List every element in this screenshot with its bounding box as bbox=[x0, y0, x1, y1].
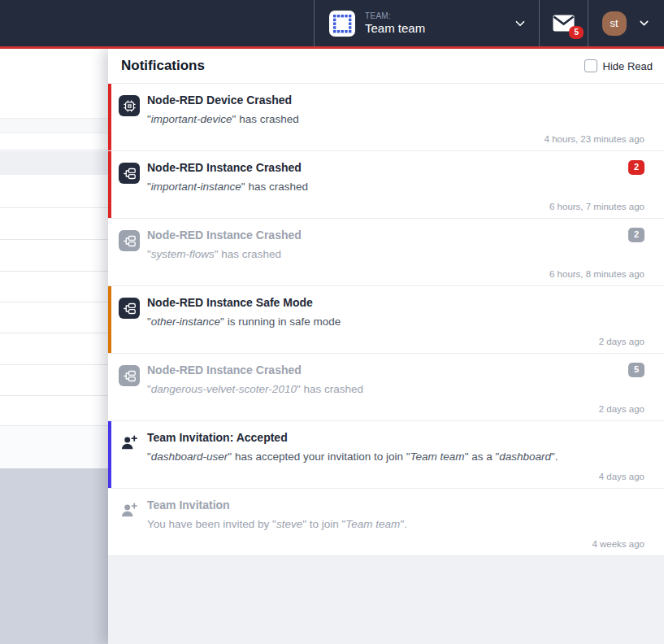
background-page bbox=[0, 49, 108, 644]
notifications-button[interactable]: 5 bbox=[539, 0, 588, 46]
instance-icon bbox=[119, 163, 140, 184]
notification-accent bbox=[108, 421, 111, 488]
chevron-down-icon bbox=[513, 16, 527, 31]
notification-title: Node-RED Instance Safe Mode bbox=[147, 295, 313, 310]
notification-item[interactable]: Node-RED Instance Crashed 2 "system-flow… bbox=[108, 219, 664, 286]
notification-time: 2 days ago bbox=[147, 337, 644, 346]
notification-body: "system-flows" has crashed bbox=[147, 247, 644, 262]
notifications-panel-header: Notifications Hide Read bbox=[108, 49, 664, 84]
notification-body: "important-device" has crashed bbox=[147, 112, 644, 127]
background-divider bbox=[0, 395, 108, 396]
panel-title: Notifications bbox=[121, 58, 205, 74]
background-row bbox=[0, 425, 108, 469]
notification-item[interactable]: Team Invitation: Accepted "dashboard-use… bbox=[108, 421, 664, 489]
user-add-icon bbox=[119, 433, 140, 454]
notifications-panel: Notifications Hide Read Node-RED Device … bbox=[108, 49, 664, 644]
avatar: st bbox=[602, 11, 627, 36]
background-divider bbox=[0, 302, 108, 302]
notification-accent bbox=[108, 286, 111, 353]
user-add-icon bbox=[119, 500, 140, 521]
panel-footer bbox=[108, 556, 664, 644]
notification-title: Node-RED Device Crashed bbox=[147, 93, 292, 107]
notification-body: "dashboard-user" has accepted your invit… bbox=[147, 450, 644, 464]
notification-badge: 2 bbox=[628, 228, 644, 242]
notification-time: 2 days ago bbox=[147, 404, 644, 414]
notification-time: 6 hours, 7 minutes ago bbox=[147, 202, 644, 211]
background-divider bbox=[0, 271, 108, 272]
notification-time: 4 weeks ago bbox=[147, 539, 644, 549]
chevron-down-icon bbox=[637, 16, 651, 30]
notification-accent bbox=[108, 151, 111, 218]
user-menu[interactable]: st bbox=[588, 0, 664, 46]
notification-item[interactable]: Node-RED Instance Crashed 5 "dangerous-v… bbox=[108, 354, 664, 421]
background-divider bbox=[0, 364, 108, 365]
device-chip-icon bbox=[119, 95, 140, 116]
notification-item[interactable]: Node-RED Instance Crashed 2 "important-i… bbox=[108, 151, 664, 219]
team-name: Team team bbox=[365, 21, 513, 35]
notification-time: 4 hours, 23 minutes ago bbox=[147, 134, 644, 144]
hide-read-control[interactable]: Hide Read bbox=[584, 59, 653, 72]
background-footer bbox=[0, 468, 108, 644]
notification-item[interactable]: Node-RED Instance Safe Mode "other-insta… bbox=[108, 286, 664, 354]
notification-title: Team Invitation: Accepted bbox=[147, 430, 288, 445]
background-divider bbox=[0, 207, 108, 208]
instance-icon bbox=[119, 298, 140, 319]
hide-read-label: Hide Read bbox=[603, 60, 653, 72]
notification-title: Node-RED Instance Crashed bbox=[147, 363, 302, 377]
hide-read-checkbox[interactable] bbox=[584, 59, 597, 72]
instance-icon bbox=[119, 365, 140, 386]
top-navbar: TEAM: Team team 5 st bbox=[0, 0, 664, 49]
notification-accent bbox=[108, 84, 111, 150]
notification-list: Node-RED Device Crashed "important-devic… bbox=[108, 84, 664, 556]
background-divider bbox=[0, 239, 108, 240]
notification-title: Team Invitation bbox=[147, 498, 230, 512]
team-selector[interactable]: TEAM: Team team bbox=[314, 0, 539, 46]
notification-title: Node-RED Instance Crashed bbox=[147, 228, 302, 242]
notification-item[interactable]: Team Invitation You have been invited by… bbox=[108, 489, 664, 556]
background-divider bbox=[0, 333, 108, 333]
notification-badge: 5 bbox=[628, 363, 644, 377]
notification-body: "important-instance" has crashed bbox=[147, 180, 644, 194]
notification-title: Node-RED Instance Crashed bbox=[147, 160, 302, 175]
notification-badge: 2 bbox=[628, 160, 644, 175]
background-row bbox=[0, 118, 108, 133]
notification-body: "dangerous-velvet-scoter-2010" has crash… bbox=[147, 382, 644, 397]
notification-time: 6 hours, 8 minutes ago bbox=[147, 269, 644, 279]
notification-item[interactable]: Node-RED Device Crashed "important-devic… bbox=[108, 84, 664, 151]
notification-body: You have been invited by "steve" to join… bbox=[147, 517, 644, 532]
background-divider bbox=[0, 150, 108, 150]
instance-icon bbox=[119, 230, 140, 251]
unread-count-badge: 5 bbox=[569, 26, 584, 39]
background-row bbox=[0, 151, 108, 175]
notification-body: "other-instance" is running in safe mode bbox=[147, 315, 644, 329]
team-icon bbox=[329, 11, 355, 37]
notification-time: 4 days ago bbox=[147, 472, 644, 481]
team-label: TEAM: bbox=[365, 11, 513, 21]
